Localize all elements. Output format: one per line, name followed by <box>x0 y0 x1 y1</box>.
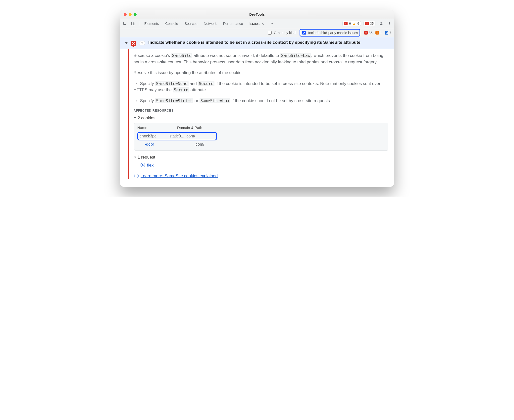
issue-title: Indicate whether a cookie is intended to… <box>148 40 389 45</box>
cookies-section-header[interactable]: 2 cookies <box>134 115 388 121</box>
close-window-button[interactable] <box>124 13 127 16</box>
col-name-header: Name <box>137 125 177 131</box>
learn-more-link[interactable]: → Learn more: SameSite cookies explained <box>134 173 388 179</box>
expand-cookies-icon[interactable] <box>134 117 136 119</box>
improvement-count[interactable]: ❏ 7 <box>385 31 391 35</box>
panel-tabs: Elements Console Sources Network Perform… <box>142 20 275 27</box>
cookie-domain: static01. .com/ <box>169 133 215 139</box>
breaking-change-count[interactable]: ! 1 <box>375 31 382 35</box>
tab-network[interactable]: Network <box>201 21 219 27</box>
arrow-icon: → <box>134 81 139 86</box>
devtools-window: DevTools Elements Console Sources Networ… <box>120 10 394 187</box>
improvement-icon: ❏ <box>385 31 388 35</box>
tab-issues[interactable]: Issues ✕ <box>247 21 267 27</box>
close-tab-icon[interactable]: ✕ <box>261 22 264 26</box>
warning-icon: ▲ <box>352 22 356 25</box>
requests-section-header[interactable]: 1 request <box>134 154 388 161</box>
highlighted-cookie-row: check3pc static01. .com/ <box>137 132 217 140</box>
request-name: flex <box>147 162 154 168</box>
arrow-icon: → <box>134 98 139 103</box>
issue-occurrence-count: 2 <box>139 41 145 45</box>
tab-issues-label: Issues <box>250 22 259 26</box>
device-toolbar-icon[interactable] <box>130 20 137 27</box>
request-icon: ⇅ <box>141 163 145 167</box>
inspect-element-icon[interactable] <box>122 20 129 27</box>
affected-cookies-table: Name Domain & Path check3pc static01. .c… <box>134 123 388 151</box>
page-error-count[interactable]: ✕ 35 <box>364 31 373 35</box>
affected-request-row[interactable]: ⇅ flex <box>141 162 388 168</box>
error-icon: ✕ <box>344 22 348 25</box>
warning-count: 9 <box>357 22 359 25</box>
issue-error-count: 35 <box>370 22 374 25</box>
window-title: DevTools <box>120 12 394 16</box>
window-controls <box>120 13 137 16</box>
issues-badge[interactable]: ✕ 35 <box>363 21 375 26</box>
error-count: 6 <box>349 22 351 25</box>
main-tabstrip: Elements Console Sources Network Perform… <box>120 19 394 28</box>
page-error-icon: ✕ <box>364 31 368 35</box>
cookie-row[interactable]: check3pc static01. .com/ <box>137 131 385 141</box>
learn-more-icon: → <box>134 174 139 178</box>
separator <box>139 21 139 26</box>
issue-description-2: Resolve this issue by updating the attri… <box>134 70 388 76</box>
issue-header[interactable]: ✕ 2 Indicate whether a cookie is intende… <box>120 37 394 49</box>
issue-error-icon: ✕ <box>365 22 369 25</box>
include-thirdparty-checkbox[interactable]: Include third-party cookie issues <box>300 29 360 37</box>
svg-point-5 <box>389 24 390 25</box>
window-titlebar: DevTools <box>120 10 394 19</box>
group-by-kind-label: Group by kind <box>274 31 296 35</box>
svg-point-4 <box>389 23 390 24</box>
breaking-change-icon: ! <box>375 31 379 35</box>
cookie-name: -gdpr <box>137 141 177 147</box>
zoom-window-button[interactable] <box>134 13 137 16</box>
issue-bullet-2: → Specify SameSite=Strict or SameSite=La… <box>134 98 388 104</box>
issues-filter-bar: Group by kind Include third-party cookie… <box>120 28 394 37</box>
issue-severity-icon: ✕ <box>131 41 136 46</box>
tab-sources[interactable]: Sources <box>182 21 200 27</box>
learn-more-text[interactable]: Learn more: SameSite cookies explained <box>141 173 218 179</box>
cookie-domain: .com/ <box>177 141 385 147</box>
cookie-row[interactable]: -gdpr .com/ <box>137 141 385 148</box>
tab-elements[interactable]: Elements <box>142 21 161 27</box>
more-options-icon[interactable] <box>386 21 392 27</box>
more-tabs-icon[interactable] <box>268 20 275 27</box>
group-by-kind-checkbox[interactable]: Group by kind <box>267 30 296 35</box>
affected-resources-label: AFFECTED RESOURCES <box>134 108 388 113</box>
minimize-window-button[interactable] <box>129 13 132 16</box>
col-domain-header: Domain & Path <box>177 125 385 131</box>
issue-kind-counts: ✕ 35 ! 1 ❏ 7 <box>364 31 391 35</box>
expand-issue-icon[interactable] <box>125 42 128 44</box>
issue-body: Because a cookie's SameSite attribute wa… <box>120 49 394 187</box>
tab-performance[interactable]: Performance <box>220 21 245 27</box>
severity-rule <box>128 49 129 179</box>
expand-requests-icon[interactable] <box>134 157 136 158</box>
svg-point-3 <box>389 22 390 23</box>
tab-console[interactable]: Console <box>163 21 180 27</box>
cookie-name: check3pc <box>140 133 169 139</box>
issue-bullet-1: → Specify SameSite=None and Secure if th… <box>134 81 388 93</box>
group-by-kind-input[interactable] <box>268 31 272 35</box>
settings-icon[interactable] <box>378 21 384 27</box>
issue-description-1: Because a cookie's SameSite attribute wa… <box>134 52 388 65</box>
console-error-warning-badge[interactable]: ✕ 6 ▲ 9 <box>342 21 361 26</box>
include-thirdparty-label: Include third-party cookie issues <box>308 31 358 35</box>
include-thirdparty-input[interactable] <box>302 31 306 35</box>
